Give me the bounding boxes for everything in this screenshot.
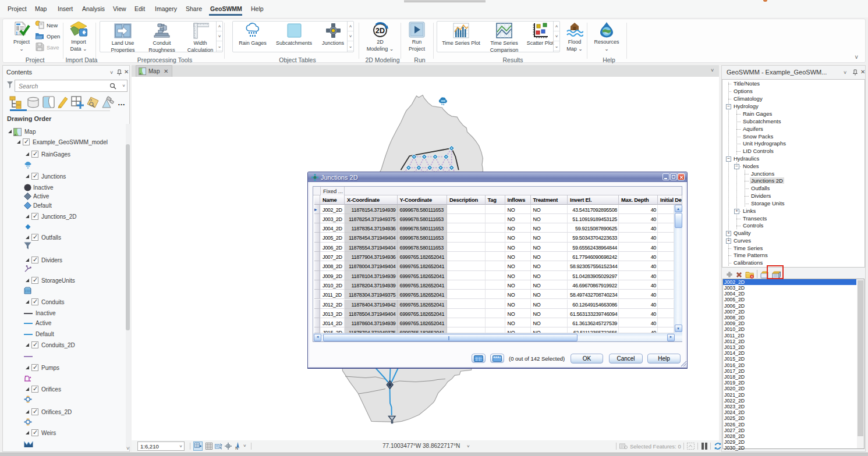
svg-text:N: N [235, 446, 238, 450]
svg-text:2D: 2D [375, 27, 385, 35]
